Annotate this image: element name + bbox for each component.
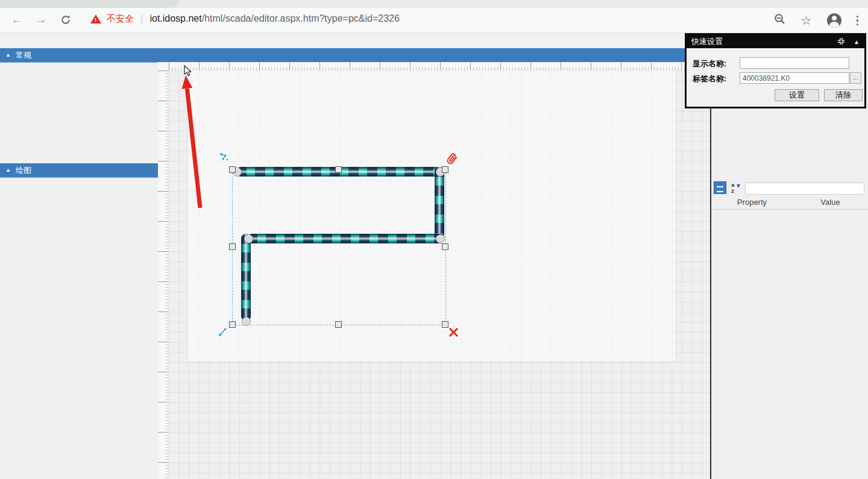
- editor-app: ▲ 常规 ▲ 绘图: [0, 33, 868, 479]
- browser-back-button[interactable]: ←: [11, 12, 23, 27]
- url-path: /html/scada/editor.aspx.htm?type=pc&id=2…: [202, 13, 400, 23]
- selection-bounding-box[interactable]: [232, 169, 446, 325]
- security-warning-label: 不安全: [107, 13, 134, 25]
- display-name-label: 显示名称:: [693, 58, 726, 69]
- profile-avatar[interactable]: [827, 13, 841, 28]
- section-title: 常规: [16, 50, 31, 61]
- browser-actions: ☆: [774, 13, 858, 28]
- url-host: iot.idosp.net: [149, 13, 201, 23]
- quick-settings-titlebar[interactable]: 快速设置 ▲: [687, 35, 864, 48]
- address-bar[interactable]: ! 不安全 | iot.idosp.net/html/scada/editor.…: [90, 13, 400, 25]
- section-title: 绘图: [16, 165, 31, 176]
- pipe-segment-middle[interactable]: [247, 234, 444, 243]
- resize-handle-n[interactable]: [335, 166, 342, 173]
- scada-editor-screen: ← → ! 不安全 | iot.idosp.net/html/scada/edi…: [0, 0, 868, 479]
- browser-tab-strip: [0, 0, 868, 8]
- horizontal-ruler: [169, 62, 710, 71]
- sidebar-section-draw[interactable]: ▲ 绘图: [0, 163, 158, 178]
- attach-link-icon[interactable]: [446, 151, 458, 168]
- collapse-up-icon: ▲: [5, 167, 11, 173]
- pipe-segment-left[interactable]: [241, 234, 251, 321]
- tag-name-label: 标签名称:: [693, 74, 726, 84]
- browser-toolbar: ← → ! 不安全 | iot.idosp.net/html/scada/edi…: [0, 8, 868, 33]
- pipe-segment-right[interactable]: [435, 167, 444, 239]
- tag-name-input[interactable]: 400038921.K0: [740, 72, 849, 84]
- property-grid-header: Property Value: [711, 196, 868, 210]
- browser-menu-icon[interactable]: [857, 16, 859, 26]
- property-filter-box[interactable]: [745, 183, 864, 195]
- browser-tab[interactable]: [0, 0, 178, 8]
- pipe-vertex-handle[interactable]: [436, 234, 445, 243]
- zoom-out-page-icon[interactable]: [774, 13, 786, 28]
- editor-area: [158, 48, 710, 479]
- menu-bar: [0, 33, 717, 48]
- property-column-header: Property: [711, 198, 793, 207]
- editor-toolbar: [158, 48, 710, 62]
- set-button[interactable]: 设置: [775, 89, 819, 101]
- edit-line-icon[interactable]: [218, 327, 228, 339]
- resize-handle-nw[interactable]: [229, 166, 236, 173]
- page-url: iot.idosp.net/html/scada/editor.aspx.htm…: [149, 13, 399, 24]
- browse-tags-button[interactable]: ...: [850, 72, 861, 84]
- resize-handle-w[interactable]: [229, 243, 236, 250]
- display-name-input[interactable]: [740, 57, 849, 69]
- browser-reload-button[interactable]: [60, 14, 71, 28]
- general-tools: [0, 63, 158, 163]
- sort-alphabetical-icon[interactable]: AZ: [729, 181, 742, 194]
- property-grid-rows: [711, 209, 868, 479]
- browser-forward-button[interactable]: →: [35, 12, 47, 27]
- pipe-vertex-handle[interactable]: [244, 234, 253, 243]
- url-separator: |: [140, 13, 143, 25]
- ruler-corner: [158, 62, 169, 71]
- categorized-view-icon[interactable]: [714, 181, 726, 194]
- value-column-header: Value: [793, 198, 868, 207]
- collapse-up-icon: ▲: [5, 52, 11, 58]
- edit-nodes-icon[interactable]: [219, 152, 229, 164]
- quick-settings-panel: 快速设置 ▲ 显示名称: 标签名称: 400038921.K0 ... 设置 清…: [685, 33, 866, 108]
- pipe-vertex-handle[interactable]: [242, 317, 251, 326]
- resize-handle-e[interactable]: [442, 243, 448, 250]
- security-warning-icon: !: [90, 14, 102, 24]
- clear-button[interactable]: 清除: [824, 89, 863, 101]
- dock-panel-icon[interactable]: [837, 37, 845, 47]
- resize-handle-sw[interactable]: [229, 321, 236, 328]
- design-canvas[interactable]: [169, 70, 710, 479]
- bookmark-star-icon[interactable]: ☆: [801, 14, 812, 27]
- draw-tools: [0, 178, 158, 184]
- delete-icon[interactable]: [448, 327, 459, 338]
- resize-handle-s[interactable]: [335, 321, 342, 328]
- vertical-ruler: [158, 70, 169, 479]
- collapse-panel-icon[interactable]: ▲: [854, 39, 860, 45]
- quick-settings-title: 快速设置: [691, 36, 723, 47]
- component-sidebar: ▲ 常规 ▲ 绘图: [0, 48, 159, 479]
- sidebar-section-general[interactable]: ▲ 常规: [0, 48, 158, 63]
